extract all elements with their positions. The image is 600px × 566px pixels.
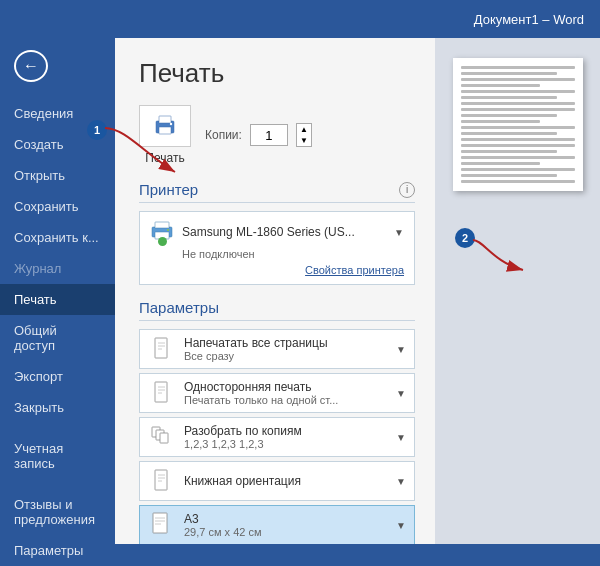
param-icon-collate <box>148 423 176 451</box>
print-title: Печать <box>139 58 415 89</box>
param-dropdown-orientation[interactable]: ▼ <box>396 476 406 487</box>
printer-section[interactable]: Samsung ML-1860 Series (US... ▼ Не подкл… <box>139 211 415 285</box>
annotation-2: 2 <box>455 228 475 248</box>
status-bar <box>115 544 600 566</box>
content-inner: Печать Печать <box>115 38 600 544</box>
printer-section-header: Принтер i <box>139 181 415 203</box>
preview-line <box>461 90 575 93</box>
param-item-allpages[interactable]: Напечатать все страницыВсе сразу▼ <box>139 329 415 369</box>
copies-up-button[interactable]: ▲ <box>297 124 311 135</box>
printer-status-dot <box>158 237 167 246</box>
preview-lines <box>461 66 575 183</box>
printer-properties-link[interactable]: Свойства принтера <box>150 264 404 276</box>
badge-2: 2 <box>455 228 475 248</box>
params-section-title: Параметры <box>139 299 415 316</box>
copies-input[interactable] <box>250 124 288 146</box>
sidebar-item-zakryt[interactable]: Закрыть <box>0 392 115 423</box>
sidebar-item-pechat[interactable]: Печать <box>0 284 115 315</box>
sidebar-item-jurnal: Журнал <box>0 253 115 284</box>
param-dropdown-collate[interactable]: ▼ <box>396 432 406 443</box>
printer-dropdown-arrow[interactable]: ▼ <box>394 227 404 238</box>
preview-panel: 2 <box>435 38 600 544</box>
svg-rect-23 <box>153 513 167 533</box>
sidebar-item-sohranit[interactable]: Сохранить <box>0 191 115 222</box>
print-button-label: Печать <box>145 151 184 165</box>
printer-info-icon[interactable]: i <box>399 182 415 198</box>
preview-line <box>461 132 558 135</box>
svg-rect-2 <box>159 116 171 123</box>
svg-rect-18 <box>160 433 168 443</box>
print-icon-button[interactable] <box>139 105 191 147</box>
param-dropdown-sides[interactable]: ▼ <box>396 388 406 399</box>
printer-row: Samsung ML-1860 Series (US... ▼ <box>150 220 404 244</box>
param-icon-allpages <box>148 335 176 363</box>
param-text-allpages: Напечатать все страницыВсе сразу <box>184 336 388 362</box>
param-main-papersize: А3 <box>184 512 388 526</box>
preview-line <box>461 150 558 153</box>
param-main-orientation: Книжная ориентация <box>184 474 388 488</box>
param-items-list: Напечатать все страницыВсе сразу▼Односто… <box>139 329 415 544</box>
param-dropdown-allpages[interactable]: ▼ <box>396 344 406 355</box>
sidebar-item-eksport[interactable]: Экспорт <box>0 361 115 392</box>
sidebar-item-obshiy[interactable]: Общий доступ <box>0 315 115 361</box>
svg-rect-6 <box>155 222 169 228</box>
sidebar-item-parametry[interactable]: Параметры <box>0 535 115 566</box>
param-item-sides[interactable]: Односторонняя печатьПечатать только на о… <box>139 373 415 413</box>
printer-section-title: Принтер <box>139 181 399 198</box>
sidebar-item-uchet[interactable]: Учетная запись <box>0 433 115 479</box>
title-bar: Документ1 – Word <box>0 0 600 38</box>
print-panel: Печать Печать <box>115 38 435 544</box>
param-dropdown-papersize[interactable]: ▼ <box>396 520 406 531</box>
svg-rect-1 <box>159 127 171 134</box>
sidebar-item-sohranit2[interactable]: Сохранить к... <box>0 222 115 253</box>
preview-line <box>461 102 575 105</box>
svg-rect-12 <box>155 382 167 402</box>
preview-line <box>461 114 558 117</box>
param-sub-collate: 1,2,3 1,2,3 1,2,3 <box>184 438 388 450</box>
page-preview <box>453 58 583 191</box>
param-main-collate: Разобрать по копиям <box>184 424 388 438</box>
main-layout: ← СведенияСоздатьОткрытьСохранитьСохрани… <box>0 38 600 566</box>
preview-line <box>461 162 541 165</box>
preview-line <box>461 72 558 75</box>
params-section: Напечатать все страницыВсе сразу▼Односто… <box>139 329 415 544</box>
preview-line <box>461 96 558 99</box>
preview-line <box>461 126 575 129</box>
sidebar-item-svedenia[interactable]: Сведения <box>0 98 115 129</box>
param-icon-sides <box>148 379 176 407</box>
preview-line <box>461 174 558 177</box>
copies-down-button[interactable]: ▼ <box>297 135 311 146</box>
sidebar-nav: СведенияСоздатьОткрытьСохранитьСохранить… <box>0 98 115 566</box>
param-item-collate[interactable]: Разобрать по копиям1,2,3 1,2,3 1,2,3▼ <box>139 417 415 457</box>
preview-line <box>461 84 541 87</box>
param-icon-papersize <box>148 511 176 539</box>
param-text-sides: Односторонняя печатьПечатать только на о… <box>184 380 388 406</box>
arrow-2 <box>473 232 533 282</box>
title-bar-text: Документ1 – Word <box>474 12 584 27</box>
copies-spinner: ▲ ▼ <box>296 123 312 147</box>
preview-line <box>461 78 575 81</box>
preview-line <box>461 120 541 123</box>
preview-line <box>461 180 575 183</box>
printer-status: Не подключен <box>150 248 404 260</box>
sidebar-item-sozdat[interactable]: Создать <box>0 129 115 160</box>
back-button[interactable]: ← <box>14 50 48 82</box>
param-sub-papersize: 29,7 см x 42 см <box>184 526 388 538</box>
preview-line <box>461 168 575 171</box>
sidebar-item-otkryt[interactable]: Открыть <box>0 160 115 191</box>
svg-rect-19 <box>155 470 167 490</box>
param-text-collate: Разобрать по копиям1,2,3 1,2,3 1,2,3 <box>184 424 388 450</box>
print-button-box: Печать <box>139 105 191 165</box>
svg-point-7 <box>167 229 169 231</box>
param-icon-orientation <box>148 467 176 495</box>
sidebar-item-otzyvy[interactable]: Отзывы и предложения <box>0 489 115 535</box>
print-top: Печать Копии: ▲ ▼ <box>139 105 415 165</box>
param-item-papersize[interactable]: А329,7 см x 42 см▼ <box>139 505 415 544</box>
param-text-papersize: А329,7 см x 42 см <box>184 512 388 538</box>
copies-area: Копии: ▲ ▼ <box>205 123 312 147</box>
printer-name: Samsung ML-1860 Series (US... <box>182 225 386 239</box>
param-item-orientation[interactable]: Книжная ориентация▼ <box>139 461 415 501</box>
param-sub-allpages: Все сразу <box>184 350 388 362</box>
preview-line <box>461 138 575 141</box>
params-section-header: Параметры <box>139 299 415 321</box>
